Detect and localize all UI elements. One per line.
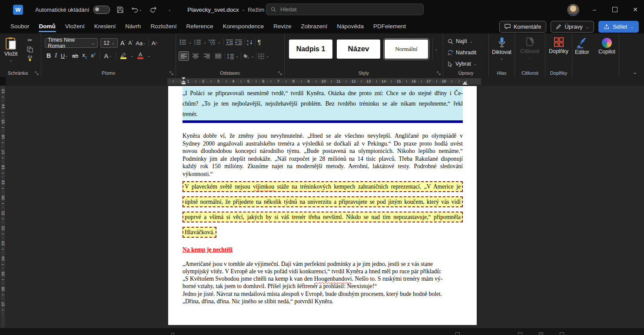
read-mode-icon: [518, 332, 522, 335]
indent-markers[interactable]: [181, 77, 186, 86]
align-right-button[interactable]: [202, 52, 212, 60]
vertical-ruler[interactable]: 131415161718192021222324252627: [0, 86, 6, 328]
style-card-normalni[interactable]: Normální: [385, 40, 428, 59]
highlight-chevron-icon: ⌄: [130, 54, 134, 58]
para-body-1[interactable]: Kyněra dobře ví, že změny jsou nevyhnute…: [183, 132, 463, 178]
line-spacing-button[interactable]: [227, 53, 234, 59]
maximize-button[interactable]: [605, 0, 625, 19]
document-canvas[interactable]: „I Poláci se připravovali nesmírně tvrdě…: [6, 86, 644, 328]
align-center-button[interactable]: [191, 52, 200, 60]
styles-gallery-more-button[interactable]: ⌄: [432, 39, 440, 60]
replace-button[interactable]: bc Nahradit: [448, 48, 477, 57]
redo-button[interactable]: [146, 3, 159, 16]
group-clipboard: Vložit ⌄ ✂ Schránka: [0, 33, 41, 77]
tab-návrh[interactable]: Návrh: [120, 20, 146, 33]
share-button[interactable]: Sdílet ⌄: [598, 21, 639, 33]
copilot-button[interactable]: Copilot: [598, 38, 615, 55]
para-body-2[interactable]: „Američané jsou v tomhle ale výjimeční. …: [183, 260, 463, 290]
multilevel-list-button[interactable]: [209, 39, 216, 45]
editing-mode-button[interactable]: Úpravy ⌄: [551, 21, 594, 33]
shrink-font-button[interactable]: Aˇ: [128, 40, 133, 46]
doc-line: Kyněra dobře ví, že změny jsou nevyhnute…: [183, 132, 463, 140]
font-color-swatch: [137, 57, 143, 59]
tab-korespondence[interactable]: Korespondence: [218, 20, 269, 33]
dictate-button[interactable]: Diktovat ⌄: [489, 37, 515, 60]
ruler-number: 9: [307, 79, 309, 83]
comments-button[interactable]: Komentáře: [499, 21, 547, 33]
close-button[interactable]: ✕: [625, 0, 644, 19]
strikethrough-button[interactable]: ab: [72, 53, 78, 59]
document-page[interactable]: „I Poláci se připravovali nesmírně tvrdě…: [168, 86, 477, 325]
para-yellow-highlight[interactable]: V plaveckém světě nejsou víjimkou stáže …: [183, 181, 463, 242]
tab-domů[interactable]: Domů: [34, 20, 60, 33]
borders-button[interactable]: [258, 53, 264, 59]
autosave-label: Automatické ukládání: [35, 7, 89, 13]
show-paragraph-marks-button[interactable]: ¶: [258, 39, 261, 46]
clear-formatting-button[interactable]: A◊: [152, 40, 157, 46]
paragraph-dialog-launcher[interactable]: [278, 71, 282, 75]
tab-soubor[interactable]: Soubor: [6, 20, 34, 33]
right-indent-marker[interactable]: [462, 81, 468, 85]
style-card-nadpis1[interactable]: Nadpis 1: [289, 40, 332, 59]
autosave-toggle[interactable]: [93, 6, 110, 14]
status-bar[interactable]: [0, 328, 644, 335]
justify-button[interactable]: [213, 52, 223, 60]
decrease-indent-button[interactable]: [226, 39, 233, 45]
para-body-3[interactable]: Jedno je jisté. Návrat na medailová míst…: [183, 290, 463, 305]
title-separator: -: [242, 7, 245, 13]
tab-vložení[interactable]: Vložení: [60, 20, 90, 33]
subscript-button[interactable]: x2: [82, 52, 87, 60]
clipboard-dialog-launcher[interactable]: [35, 71, 39, 75]
styles-dialog-launcher[interactable]: [437, 71, 441, 75]
grow-font-button[interactable]: Aˆ: [120, 40, 126, 46]
tab-pdfelement[interactable]: PDFelement: [368, 20, 411, 33]
increase-indent-button[interactable]: [235, 39, 242, 45]
tab-reference[interactable]: Reference: [181, 20, 218, 33]
para-cyan-highlight[interactable]: „I Poláci se připravovali nesmírně tvrdě…: [183, 87, 463, 123]
font-color-button[interactable]: A: [137, 53, 143, 59]
save-button[interactable]: [113, 3, 126, 16]
tab-nápověda[interactable]: Nápověda: [332, 20, 368, 33]
sort-button[interactable]: AZ: [247, 39, 253, 45]
font-dialog-launcher[interactable]: [169, 71, 173, 75]
change-case-button[interactable]: Aa⌄: [136, 40, 146, 46]
italic-button[interactable]: I: [55, 52, 57, 59]
style-card-nazev[interactable]: Název: [337, 40, 380, 59]
paste-button[interactable]: Vložit ⌄: [4, 37, 18, 62]
ruler-number: 15: [396, 79, 401, 83]
tab-rozložení[interactable]: Rozložení: [146, 20, 181, 33]
editor-button[interactable]: Editor: [575, 38, 589, 55]
undo-button[interactable]: ⌄: [130, 3, 143, 16]
font-name-value: Times New Roman: [48, 37, 91, 49]
font-size-select[interactable]: 12⌄: [100, 38, 118, 48]
addins-button[interactable]: Doplňky: [545, 37, 572, 54]
collapse-ribbon-chevron[interactable]: ⌄: [633, 70, 637, 75]
text-effects-button[interactable]: A⌄: [104, 52, 112, 60]
tab-zobrazení[interactable]: Zobrazení: [296, 20, 332, 33]
bullets-button[interactable]: [179, 39, 186, 45]
shading-button[interactable]: [243, 53, 249, 59]
horizontal-ruler[interactable]: 123456789101112131415161718: [6, 77, 644, 86]
align-left-button[interactable]: [179, 51, 189, 61]
find-button[interactable]: Najít ⌄: [448, 37, 477, 46]
avatar[interactable]: [567, 4, 579, 16]
copy-button[interactable]: [27, 46, 33, 53]
superscript-button[interactable]: x2: [91, 52, 96, 59]
select-button[interactable]: Vybrat ⌄: [448, 60, 477, 68]
tab-revize[interactable]: Revize: [269, 20, 296, 33]
numbering-button[interactable]: 123: [194, 39, 201, 45]
minimize-button[interactable]: –: [584, 0, 604, 19]
tab-kreslení[interactable]: Kreslení: [90, 20, 121, 33]
vertical-ruler-strip: 131415161718192021222324252627: [0, 86, 5, 328]
text-highlight-button[interactable]: [120, 53, 126, 59]
cut-button[interactable]: ✂: [28, 37, 33, 43]
search-input[interactable]: [279, 6, 419, 13]
search-box[interactable]: [266, 3, 424, 15]
underline-button[interactable]: U⌄: [61, 53, 68, 59]
bold-button[interactable]: B: [46, 52, 51, 59]
heading-red[interactable]: Na kemp je nechtěli: [183, 246, 463, 253]
customize-toolbar-button[interactable]: ⌄: [163, 3, 176, 16]
font-name-select[interactable]: Times New Roman⌄: [45, 38, 98, 48]
title-bar: W Automatické ukládání ⌄ ⌄ Plavecky_svet…: [0, 0, 644, 19]
format-painter-button[interactable]: [27, 56, 33, 62]
